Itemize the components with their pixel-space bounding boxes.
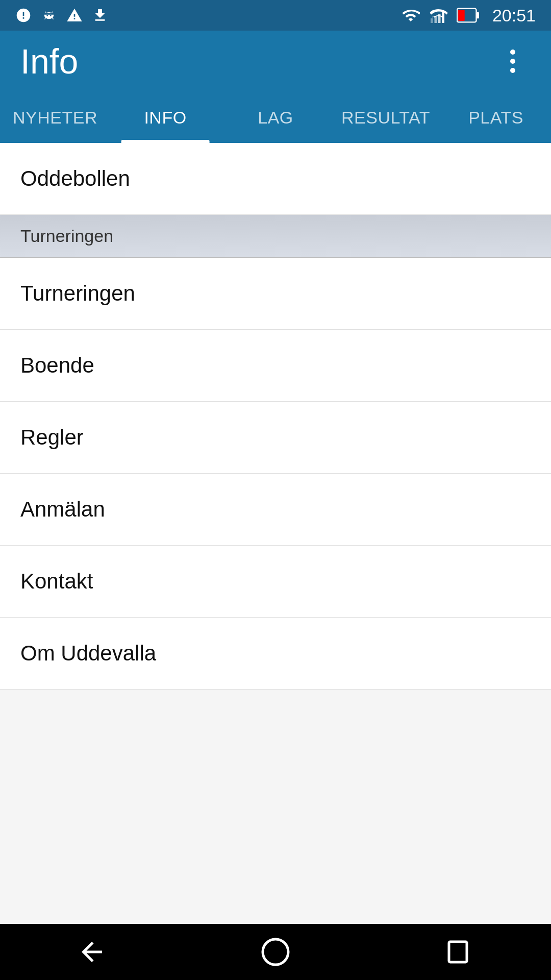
list-item-text-turneringen: Turneringen (20, 281, 135, 305)
svg-rect-6 (458, 10, 465, 21)
signal-icon (429, 6, 447, 24)
list-item-om-uddevalla[interactable]: Om Uddevalla (0, 618, 551, 690)
tab-plats[interactable]: PLATS (441, 92, 551, 143)
svg-point-7 (263, 939, 288, 965)
svg-rect-0 (431, 18, 433, 23)
overflow-menu-button[interactable] (495, 43, 531, 79)
tab-info[interactable]: INFO (110, 92, 220, 143)
svg-rect-8 (449, 942, 467, 962)
notification-icon (15, 7, 32, 23)
list-item-turneringen[interactable]: Turneringen (0, 258, 551, 330)
android-icon (41, 7, 57, 23)
svg-rect-2 (438, 14, 441, 23)
tab-resultat[interactable]: RESULTAT (331, 92, 441, 143)
status-bar: 20:51 (0, 0, 551, 31)
section-header-turneringen: Turneringen (0, 215, 551, 258)
svg-rect-1 (434, 16, 437, 23)
svg-rect-5 (477, 12, 479, 19)
status-icons-left (15, 7, 108, 23)
home-icon (260, 937, 291, 967)
svg-rect-3 (442, 12, 444, 23)
list-item-text-om-uddevalla: Om Uddevalla (20, 641, 156, 665)
list-item-text-kontakt: Kontakt (20, 569, 93, 593)
overflow-dots-icon (510, 50, 515, 73)
list-item-oddebollen[interactable]: Oddebollen (0, 143, 551, 215)
battery-icon (457, 6, 479, 24)
list-item-text-anmalan: Anmälan (20, 497, 105, 521)
list-item-regler[interactable]: Regler (0, 402, 551, 474)
wifi-icon (402, 6, 420, 24)
list-item-text-regler: Regler (20, 425, 84, 449)
status-bar-right: 20:51 (402, 6, 536, 26)
list-item-text-boende: Boende (20, 353, 94, 377)
section-header-text: Turneringen (20, 226, 113, 246)
nav-home-button[interactable] (250, 926, 301, 977)
nav-bar (0, 924, 551, 980)
list-item-anmalan[interactable]: Anmälan (0, 474, 551, 546)
download-icon (92, 7, 108, 23)
tab-bar: NYHETER INFO LAG RESULTAT PLATS (0, 92, 551, 143)
list-item-kontakt[interactable]: Kontakt (0, 546, 551, 618)
tab-lag[interactable]: LAG (220, 92, 331, 143)
tab-nyheter[interactable]: NYHETER (0, 92, 110, 143)
nav-back-button[interactable] (66, 926, 117, 977)
back-icon (77, 937, 107, 967)
recent-icon (444, 937, 474, 967)
list-item-text-oddebollen: Oddebollen (20, 166, 130, 190)
list-item-boende[interactable]: Boende (0, 330, 551, 402)
app-title: Info (20, 41, 78, 81)
app-header: Info (0, 31, 551, 92)
warning-icon (66, 7, 83, 23)
status-time: 20:51 (492, 6, 536, 26)
nav-recent-button[interactable] (434, 926, 485, 977)
